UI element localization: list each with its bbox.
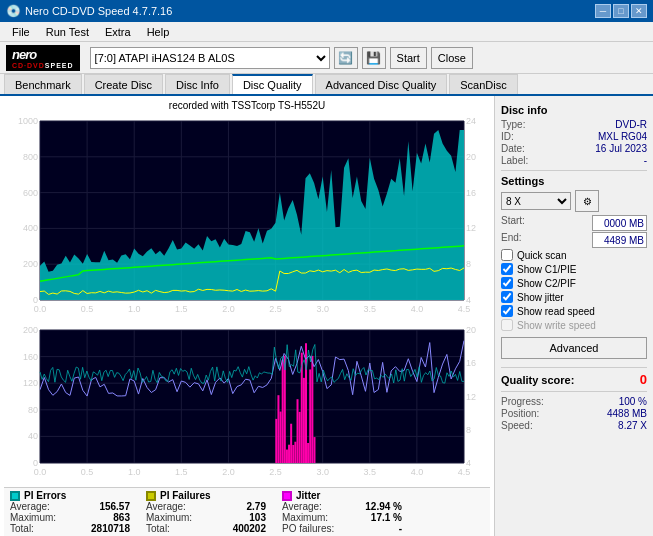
- menu-run-test[interactable]: Run Test: [38, 24, 97, 40]
- position-row: Position: 4488 MB: [501, 408, 647, 419]
- progress-row: Progress: 100 %: [501, 396, 647, 407]
- bottom-chart: [4, 324, 490, 487]
- divider-2: [501, 367, 647, 368]
- pi-errors-label: PI Errors: [24, 490, 66, 501]
- progress-section: Progress: 100 % Position: 4488 MB Speed:…: [501, 396, 647, 431]
- charts-stack: [4, 113, 490, 487]
- legend-jitter: Jitter Average: 12.94 % Maximum: 17.1 % …: [282, 490, 402, 534]
- show-read-speed-row: Show read speed: [501, 305, 647, 317]
- speed-row-prog: Speed: 8.27 X: [501, 420, 647, 431]
- pi-failures-label: PI Failures: [160, 490, 211, 501]
- show-read-speed-label: Show read speed: [517, 306, 595, 317]
- show-c2-row: Show C2/PIF: [501, 277, 647, 289]
- quick-scan-row: Quick scan: [501, 249, 647, 261]
- show-write-speed-label: Show write speed: [517, 320, 596, 331]
- show-read-speed-checkbox[interactable]: [501, 305, 513, 317]
- show-jitter-row: Show jitter: [501, 291, 647, 303]
- disc-date-row: Date: 16 Jul 2023: [501, 143, 647, 154]
- settings-title: Settings: [501, 175, 647, 187]
- menu-file[interactable]: File: [4, 24, 38, 40]
- jitter-dot: [282, 491, 292, 501]
- app-title: Nero CD-DVD Speed 4.7.7.16: [25, 5, 172, 17]
- advanced-button[interactable]: Advanced: [501, 337, 647, 359]
- tab-benchmark[interactable]: Benchmark: [4, 74, 82, 94]
- quality-score-row: Quality score: 0: [501, 372, 647, 387]
- app-icon: 💿: [6, 4, 21, 18]
- show-c2-label: Show C2/PIF: [517, 278, 576, 289]
- minimize-button[interactable]: ─: [595, 4, 611, 18]
- tab-scan-disc[interactable]: ScanDisc: [449, 74, 517, 94]
- end-row: End:: [501, 232, 647, 248]
- end-field[interactable]: [592, 232, 647, 248]
- close-button[interactable]: Close: [431, 47, 473, 69]
- start-field[interactable]: [592, 215, 647, 231]
- start-button[interactable]: Start: [390, 47, 427, 69]
- tab-create-disc[interactable]: Create Disc: [84, 74, 163, 94]
- quick-scan-checkbox[interactable]: [501, 249, 513, 261]
- tab-disc-info[interactable]: Disc Info: [165, 74, 230, 94]
- bottom-chart-canvas: [4, 324, 490, 485]
- quality-score-value: 0: [640, 372, 647, 387]
- menu-extra[interactable]: Extra: [97, 24, 139, 40]
- show-write-speed-row: Show write speed: [501, 319, 647, 331]
- divider-1: [501, 170, 647, 171]
- top-chart: [4, 113, 490, 324]
- disc-label-row: Label: -: [501, 155, 647, 166]
- tab-disc-quality[interactable]: Disc Quality: [232, 74, 313, 94]
- maximize-button[interactable]: □: [613, 4, 629, 18]
- drive-select[interactable]: [7:0] ATAPI iHAS124 B AL0S: [90, 47, 330, 69]
- legend-pi-errors: PI Errors Average: 156.57 Maximum: 863 T…: [10, 490, 130, 534]
- disc-info-title: Disc info: [501, 104, 647, 116]
- title-bar-left: 💿 Nero CD-DVD Speed 4.7.7.16: [6, 4, 172, 18]
- refresh-icon[interactable]: 🔄: [334, 47, 358, 69]
- quality-score-label: Quality score:: [501, 374, 574, 386]
- right-panel: Disc info Type: DVD-R ID: MXL RG04 Date:…: [495, 96, 653, 536]
- main-content: recorded with TSSTcorp TS-H552U PI Error…: [0, 96, 653, 536]
- toolbar: nero CD·DVDSPEED [7:0] ATAPI iHAS124 B A…: [0, 42, 653, 74]
- tab-advanced-disc-quality[interactable]: Advanced Disc Quality: [315, 74, 448, 94]
- disc-type-row: Type: DVD-R: [501, 119, 647, 130]
- divider-3: [501, 391, 647, 392]
- title-bar-controls[interactable]: ─ □ ✕: [595, 4, 647, 18]
- legend: PI Errors Average: 156.57 Maximum: 863 T…: [4, 487, 490, 536]
- show-c1-row: Show C1/PIE: [501, 263, 647, 275]
- show-write-speed-checkbox[interactable]: [501, 319, 513, 331]
- show-c1-checkbox[interactable]: [501, 263, 513, 275]
- legend-pi-failures: PI Failures Average: 2.79 Maximum: 103 T…: [146, 490, 266, 534]
- show-c2-checkbox[interactable]: [501, 277, 513, 289]
- speed-row: 8 X ⚙: [501, 190, 647, 212]
- start-row: Start:: [501, 215, 647, 231]
- title-bar: 💿 Nero CD-DVD Speed 4.7.7.16 ─ □ ✕: [0, 0, 653, 22]
- show-jitter-checkbox[interactable]: [501, 291, 513, 303]
- pi-failures-dot: [146, 491, 156, 501]
- menu-bar: File Run Test Extra Help: [0, 22, 653, 42]
- menu-help[interactable]: Help: [139, 24, 178, 40]
- settings-icon[interactable]: ⚙: [575, 190, 599, 212]
- close-window-button[interactable]: ✕: [631, 4, 647, 18]
- top-chart-canvas: [4, 113, 490, 322]
- show-c1-label: Show C1/PIE: [517, 264, 576, 275]
- speed-select[interactable]: 8 X: [501, 192, 571, 210]
- jitter-label: Jitter: [296, 490, 320, 501]
- tabs: Benchmark Create Disc Disc Info Disc Qua…: [0, 74, 653, 96]
- pi-errors-dot: [10, 491, 20, 501]
- disc-id-row: ID: MXL RG04: [501, 131, 647, 142]
- nero-logo: nero CD·DVDSPEED: [6, 45, 80, 71]
- chart-title: recorded with TSSTcorp TS-H552U: [4, 100, 490, 111]
- chart-area: recorded with TSSTcorp TS-H552U PI Error…: [0, 96, 495, 536]
- show-jitter-label: Show jitter: [517, 292, 564, 303]
- save-icon[interactable]: 💾: [362, 47, 386, 69]
- quick-scan-label: Quick scan: [517, 250, 566, 261]
